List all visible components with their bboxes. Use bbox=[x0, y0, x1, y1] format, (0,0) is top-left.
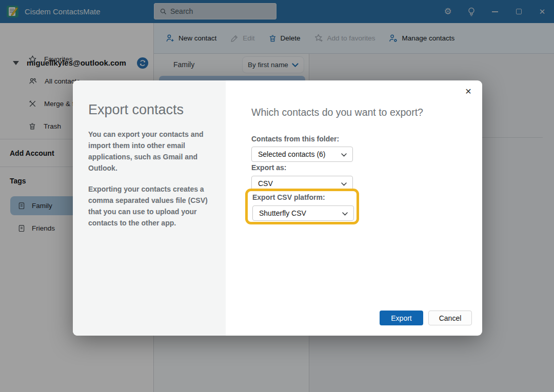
export-dialog: Export contacts You can export your cont… bbox=[73, 80, 482, 336]
platform-field-label: Export CSV platform: bbox=[252, 193, 325, 201]
chevron-down-icon bbox=[341, 153, 347, 157]
folder-select[interactable]: Selected contacts (6) bbox=[251, 147, 353, 162]
platform-select[interactable]: Shutterfly CSV bbox=[252, 205, 354, 221]
chevron-down-icon bbox=[342, 212, 348, 216]
dialog-description-1: You can export your contacts and import … bbox=[88, 129, 215, 174]
dialog-title: Export contacts bbox=[88, 102, 184, 118]
cancel-button[interactable]: Cancel bbox=[428, 311, 472, 325]
dialog-question: Which contacts do you want to export? bbox=[251, 107, 423, 118]
dialog-description-2: Exporting your contacts creates a comma … bbox=[88, 183, 215, 229]
export-button[interactable]: Export bbox=[380, 311, 423, 325]
app-window: Cisdem ContactsMate Search ⚙ ✕ mig bbox=[0, 0, 554, 392]
folder-field-label: Contacts from this folder: bbox=[251, 135, 339, 143]
dialog-close-icon[interactable]: ✕ bbox=[462, 85, 475, 98]
format-field-label: Export as: bbox=[251, 163, 286, 172]
chevron-down-icon bbox=[341, 182, 347, 186]
